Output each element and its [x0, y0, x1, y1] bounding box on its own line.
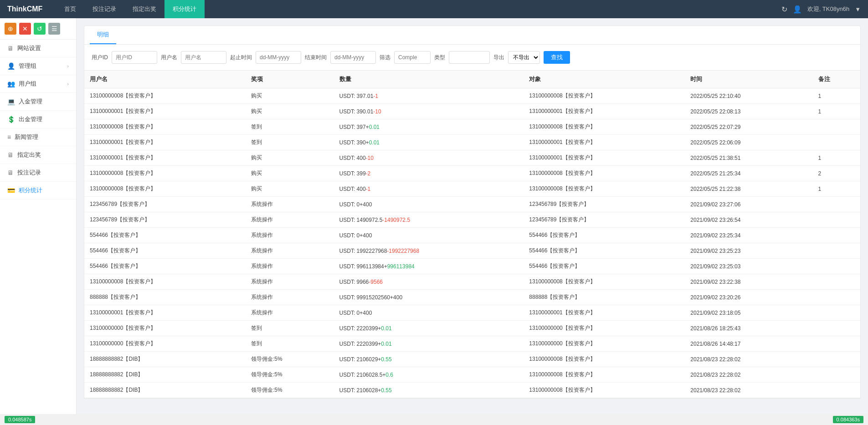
cell-target: 13100000008【投资客户】: [524, 119, 685, 135]
cell-target: 13100000008【投资客户】: [524, 181, 685, 197]
nav-item-积分统计[interactable]: 积分统计: [164, 0, 205, 18]
cell-amount: USDT: 2220399+0.01: [334, 321, 524, 336]
cell-username: 554466【投资客户】: [84, 259, 246, 274]
cell-username: 13100000008【投资客户】: [84, 119, 246, 135]
cell-note: [813, 243, 861, 259]
sidebar-toolbar: ⊕✕↺☰: [0, 18, 76, 40]
table-row: 18888888882【DIB】领导佣金:5%USDT: 2106029+0.5…: [84, 352, 860, 367]
cell-note: [813, 383, 861, 398]
bottom-bar: 0.048587s 0.084363s: [0, 414, 868, 425]
cell-time: 2022/05/25 22:10:40: [685, 88, 812, 104]
sidebar-item-points-stats[interactable]: 💳积分统计: [0, 182, 76, 200]
cell-target: 13100000001【投资客户】: [524, 135, 685, 150]
cell-note: [813, 119, 861, 135]
menu-btn[interactable]: ☰: [48, 23, 60, 35]
sidebar-label-news-mgmt: 新闻管理: [15, 133, 38, 141]
sidebar-item-admin-group[interactable]: 👤管理组›: [0, 57, 76, 75]
sidebar-item-user-group[interactable]: 👥用户组›: [0, 75, 76, 93]
cell-time: 2021/09/02 23:25:03: [685, 259, 812, 274]
cell-note: [813, 274, 861, 290]
cell-time: 2021/09/02 23:18:05: [685, 305, 812, 321]
username-input[interactable]: [181, 51, 226, 64]
cell-note: [813, 321, 861, 336]
table-row: 13100000008【投资客户】购买USDT: 399-21310000000…: [84, 166, 860, 181]
table-row: 888888【投资客户】系统操作USDT: 99915202560+400888…: [84, 290, 860, 305]
cell-note: [813, 305, 861, 321]
tab-明细[interactable]: 明细: [90, 26, 116, 44]
cell-prize: 购买: [246, 104, 334, 119]
start-time-input[interactable]: [256, 51, 301, 64]
sidebar-icon-news-mgmt: ≡: [7, 133, 11, 141]
cell-username: 13100000000【投资客户】: [84, 336, 246, 352]
cell-prize: 系统操作: [246, 243, 334, 259]
nav-item-指定出奖[interactable]: 指定出奖: [124, 0, 164, 18]
cell-prize: 签到: [246, 135, 334, 150]
cell-username: 13100000000【投资客户】: [84, 321, 246, 336]
sidebar-item-news-mgmt[interactable]: ≡新闻管理: [0, 128, 76, 146]
cell-prize: 系统操作: [246, 212, 334, 228]
user-id-input[interactable]: [112, 51, 157, 64]
cell-target: 123456789【投资客户】: [524, 197, 685, 212]
cell-target: 554466【投资客户】: [524, 243, 685, 259]
cell-note: [813, 367, 861, 383]
cell-note: [813, 290, 861, 305]
cell-amount: USDT: 99915202560+400: [334, 290, 524, 305]
cell-username: 13100000008【投资客户】: [84, 274, 246, 290]
user-icon[interactable]: 👤: [793, 5, 802, 14]
sidebar-item-assign-prize[interactable]: 🖥指定出奖: [0, 146, 76, 164]
cell-note: [813, 336, 861, 352]
cell-username: 13100000008【投资客户】: [84, 181, 246, 197]
refresh-icon[interactable]: ↻: [781, 5, 787, 14]
refresh-btn[interactable]: ↺: [34, 23, 46, 35]
cell-time: 2022/05/25 22:06:09: [685, 135, 812, 150]
nav-item-投注记录[interactable]: 投注记录: [84, 0, 124, 18]
cell-time: 2021/09/02 23:27:06: [685, 197, 812, 212]
dropdown-icon[interactable]: ▼: [855, 6, 861, 13]
end-time-input[interactable]: [330, 51, 376, 64]
table-body: 13100000008【投资客户】购买USDT: 397.01-11310000…: [84, 88, 860, 398]
sidebar-label-bet-record: 投注记录: [17, 169, 41, 177]
col-prize: 奖项: [246, 71, 334, 88]
table-row: 13100000001【投资客户】系统操作USDT: 0+40013100000…: [84, 305, 860, 321]
delete-btn[interactable]: ✕: [19, 23, 31, 35]
cell-amount: USDT: 1992227968-1992227968: [334, 243, 524, 259]
cell-amount: USDT: 996113984+996113984: [334, 259, 524, 274]
cell-prize: 领导佣金:5%: [246, 352, 334, 367]
cell-amount: USDT: 390.01-10: [334, 104, 524, 119]
cell-prize: 购买: [246, 150, 334, 166]
sidebar-item-withdraw-mgmt[interactable]: 💲出金管理: [0, 111, 76, 128]
export-select[interactable]: 不导出 导出: [508, 51, 540, 64]
cell-note: 1: [813, 104, 861, 119]
sidebar-item-bet-record[interactable]: 🖥投注记录: [0, 164, 76, 182]
cell-time: 2022/05/25 22:08:13: [685, 104, 812, 119]
nav-item-首页[interactable]: 首页: [56, 0, 84, 18]
sidebar-icon-points-stats: 💳: [7, 187, 15, 194]
table-row: 13100000008【投资客户】购买USDT: 397.01-11310000…: [84, 88, 860, 104]
sidebar-label-user-group: 用户组: [19, 80, 36, 88]
cell-amount: USDT: 2106029+0.55: [334, 352, 524, 367]
sidebar-icon-user-group: 👥: [7, 80, 15, 87]
start-time-label: 起止时间: [230, 54, 252, 61]
cell-target: 554466【投资客户】: [524, 228, 685, 243]
tab-bar: 明细: [84, 26, 861, 45]
sidebar-item-website-settings[interactable]: 🖥网站设置: [0, 40, 76, 57]
cell-target: 13100000001【投资客户】: [524, 104, 685, 119]
cell-amount: USDT: 2106028+0.55: [334, 383, 524, 398]
type-input[interactable]: Complete: [449, 51, 490, 64]
type-label: 类型: [434, 54, 445, 61]
right-timing: 0.084363s: [833, 416, 863, 423]
search-button[interactable]: 查找: [544, 51, 570, 64]
add-btn[interactable]: ⊕: [5, 23, 16, 35]
cell-target: 554466【投资客户】: [524, 259, 685, 274]
col-username: 用户名: [84, 71, 246, 88]
export-label: 导出: [493, 54, 504, 61]
cell-prize: 系统操作: [246, 228, 334, 243]
cell-username: 13100000001【投资客户】: [84, 150, 246, 166]
cell-amount: USDT: 0+400: [334, 197, 524, 212]
cell-target: 888888【投资客户】: [524, 290, 685, 305]
complete-filter-input[interactable]: [394, 51, 431, 64]
sidebar-item-deposit-mgmt[interactable]: 💻入金管理: [0, 93, 76, 111]
sidebar-icon-bet-record: 🖥: [7, 169, 14, 176]
cell-username: 554466【投资客户】: [84, 243, 246, 259]
cell-prize: 购买: [246, 166, 334, 181]
